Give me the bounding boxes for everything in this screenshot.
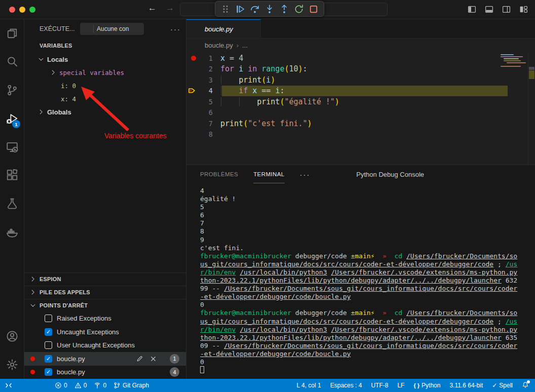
- breakpoint-checkbox[interactable]: ✓: [45, 328, 52, 336]
- debug-step-out-button[interactable]: [279, 4, 289, 14]
- gutter-line-8[interactable]: 8: [186, 130, 213, 138]
- zoom-window-button[interactable]: [29, 7, 35, 13]
- code-line-6[interactable]: 6: [186, 107, 535, 119]
- status-git-graph[interactable]: Git Graph: [113, 382, 149, 389]
- maximize-panel-button[interactable]: [504, 170, 512, 178]
- terminal-launch-chevron-icon[interactable]: [445, 170, 453, 178]
- activity-extensions[interactable]: [0, 161, 24, 189]
- run-python-file-button[interactable]: [481, 25, 489, 33]
- breakpoint-checkbox[interactable]: [45, 315, 52, 322]
- gutter-line-6[interactable]: 6: [186, 108, 213, 116]
- split-terminal-button[interactable]: [460, 170, 468, 178]
- layout-panel-toggle[interactable]: [485, 5, 493, 14]
- debug-step-into-button[interactable]: [264, 4, 275, 14]
- tab-boucle-py[interactable]: boucle.py: [186, 19, 261, 38]
- debug-stop-button[interactable]: [309, 4, 319, 14]
- code-line-3[interactable]: 3 print(i): [186, 74, 535, 86]
- debug-restart-button[interactable]: [294, 4, 304, 14]
- breakpoint-row-raised-exceptions[interactable]: Raised Exceptions: [24, 312, 186, 326]
- breakpoint-row-user-uncaught-exceptions[interactable]: User Uncaught Exceptions: [24, 339, 186, 352]
- minimize-window-button[interactable]: [19, 7, 25, 13]
- code-line-2[interactable]: 2for i in range(10):: [186, 64, 535, 75]
- code-editor[interactable]: 1x = 42for i in range(10):3 print(i)4 if…: [186, 52, 535, 165]
- breakpoint-dot-icon[interactable]: [191, 56, 196, 61]
- status-encoding[interactable]: UTF-8: [371, 382, 388, 389]
- go-forward-button[interactable]: →: [166, 3, 174, 13]
- breakpoint-checkbox[interactable]: ✓: [45, 355, 52, 363]
- panel-more-tabs-button[interactable]: ···: [300, 170, 311, 179]
- close-panel-button[interactable]: [519, 170, 527, 178]
- status-errors[interactable]: 0: [55, 382, 67, 389]
- run-options-chevron-icon[interactable]: [491, 26, 496, 32]
- debug-drag-grip[interactable]: [220, 4, 231, 14]
- debug-continue-button[interactable]: [235, 4, 245, 14]
- close-window-button[interactable]: [9, 7, 15, 13]
- gutter-line-1[interactable]: 1: [186, 54, 213, 62]
- section-header-espion[interactable]: ESPION: [24, 272, 186, 286]
- overview-ruler[interactable]: [528, 52, 535, 165]
- code-line-4[interactable]: 4 if x == i:: [186, 86, 535, 97]
- code-line-1[interactable]: 1x = 4: [186, 53, 535, 64]
- layout-customize-toggle[interactable]: [519, 5, 528, 14]
- gutter-line-7[interactable]: 7: [186, 120, 213, 128]
- new-terminal-button[interactable]: [431, 170, 439, 178]
- split-editor-button[interactable]: [505, 25, 513, 33]
- breakpoint-row-boucle-py[interactable]: ✓boucle.py4: [24, 366, 186, 379]
- breakpoint-row-uncaught-exceptions[interactable]: ✓Uncaught Exceptions: [24, 325, 186, 339]
- terminal-output[interactable]: 4égalité !56789c'est fini.fbrucker@macmi…: [186, 183, 535, 379]
- gutter-line-2[interactable]: 2: [186, 65, 213, 73]
- layout-sidebar-left-toggle[interactable]: [468, 5, 476, 14]
- breakpoint-row-boucle-py[interactable]: ✓boucle.py1: [24, 352, 186, 366]
- variable-row-x-4[interactable]: x: 4: [24, 92, 186, 105]
- tab-terminal[interactable]: TERMINAL: [253, 165, 284, 183]
- status-python-interpreter[interactable]: 3.11.6 64-bit: [449, 382, 483, 389]
- status-eol[interactable]: LF: [397, 382, 404, 389]
- code-line-7[interactable]: 7print("c'est fini."): [186, 118, 535, 129]
- start-debugging-button[interactable]: [82, 24, 92, 34]
- gutter-line-3[interactable]: 3: [186, 76, 213, 84]
- configure-launch-gear-button[interactable]: [149, 24, 158, 33]
- activity-source-control[interactable]: [0, 76, 24, 104]
- activity-explorer[interactable]: [0, 19, 24, 48]
- breadcrumb[interactable]: boucle.py › ...: [186, 38, 535, 52]
- edit-breakpoint-icon[interactable]: [136, 355, 143, 363]
- variable-row-i-0[interactable]: i: 0: [24, 79, 186, 92]
- breakpoint-checkbox[interactable]: [45, 341, 52, 349]
- remove-breakpoint-icon[interactable]: [149, 355, 157, 363]
- gutter-line-4[interactable]: 4: [186, 87, 213, 95]
- code-line-5[interactable]: 5 print("égalité !"): [186, 96, 535, 107]
- activity-run-debug[interactable]: 1: [0, 104, 24, 133]
- activity-account[interactable]: [0, 322, 24, 350]
- views-more-actions-button[interactable]: ···: [170, 25, 181, 33]
- debug-step-over-button[interactable]: [250, 4, 260, 14]
- variable-row-locals[interactable]: Locals: [24, 53, 186, 66]
- breadcrumb-file[interactable]: boucle.py: [205, 42, 233, 49]
- status-cursor-position[interactable]: L 4, col 1: [296, 382, 321, 389]
- variable-row-special-variables[interactable]: special variables: [24, 66, 186, 79]
- editor-more-actions-button[interactable]: [521, 25, 529, 33]
- activity-docker[interactable]: [0, 218, 24, 246]
- activity-settings[interactable]: [0, 350, 24, 379]
- activity-search[interactable]: [0, 48, 24, 76]
- panel-more-actions-button[interactable]: [489, 170, 498, 178]
- layout-sidebar-right-toggle[interactable]: [502, 5, 511, 14]
- status-spell-checker[interactable]: ✓Spell: [492, 382, 513, 389]
- status-language-mode[interactable]: { }Python: [413, 382, 440, 389]
- breakpoint-checkbox[interactable]: ✓: [45, 368, 52, 376]
- status-notifications[interactable]: [522, 381, 529, 390]
- section-header-points-d-arr-t[interactable]: POINTS D'ARRÊT: [24, 299, 186, 312]
- tab-problems[interactable]: PROBLÈMES: [200, 165, 238, 183]
- breadcrumb-symbol[interactable]: ...: [242, 42, 248, 49]
- kill-terminal-button[interactable]: [475, 170, 483, 178]
- variable-row-globals[interactable]: Globals: [24, 105, 186, 119]
- close-tab-icon[interactable]: [248, 25, 255, 33]
- code-line-8[interactable]: 8: [186, 129, 535, 140]
- launch-configuration-dropdown[interactable]: Aucune con: [80, 23, 144, 35]
- activity-remote-explorer[interactable]: [0, 133, 24, 161]
- minimap[interactable]: [498, 52, 527, 165]
- status-ports[interactable]: 0: [94, 382, 106, 389]
- status-indentation[interactable]: Espaces : 4: [330, 382, 362, 389]
- terminal-instance-selector[interactable]: Python Debug Console: [345, 170, 424, 179]
- go-back-button[interactable]: ←: [148, 3, 157, 13]
- status-warnings[interactable]: 0: [74, 382, 87, 389]
